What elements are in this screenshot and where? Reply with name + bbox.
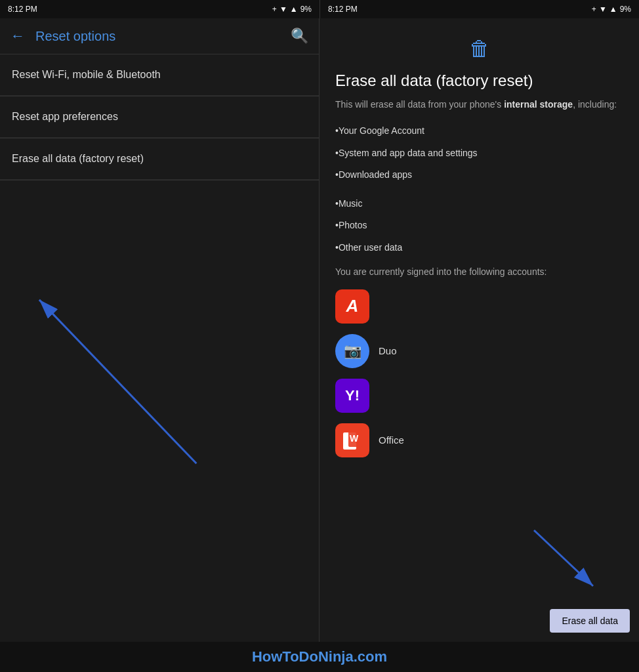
svg-text:W: W <box>350 433 359 444</box>
office-logo-svg: W <box>340 429 364 452</box>
office-icon: W <box>335 423 369 457</box>
wifi-icon-right: ▼ <box>599 5 607 14</box>
bluetooth-icon-right: + <box>592 5 596 14</box>
battery-right: 9% <box>620 5 631 14</box>
adobe-letter: A <box>346 296 359 316</box>
menu-item-app-prefs[interactable]: Reset app preferences <box>0 96 319 138</box>
app-row-yahoo: Y! <box>335 379 623 413</box>
status-icons-left: + ▼ ▲ 9% <box>272 5 312 14</box>
right-content: 🗑 Erase all data (factory reset) This wi… <box>320 18 639 602</box>
app-row-office: W Office <box>335 423 623 457</box>
svg-line-1 <box>39 300 197 463</box>
accounts-description: You are currently signed into the follow… <box>335 265 623 279</box>
desc-suffix: , including: <box>573 99 617 110</box>
list-item-5: •Other user data <box>335 242 623 255</box>
office-label: Office <box>379 434 404 446</box>
main-container: ← Reset options 🔍 Reset Wi-Fi, mobile & … <box>0 18 639 642</box>
list-spacer <box>335 191 623 198</box>
list-item-4: •Photos <box>335 219 623 232</box>
page-title: Reset options <box>35 29 291 44</box>
watermark: HowToDoNinja.com <box>13 648 626 665</box>
factory-reset-title: Erase all data (factory reset) <box>335 72 623 90</box>
status-icons-right: + ▼ ▲ 9% <box>592 5 631 14</box>
list-item-3: •Music <box>335 198 623 211</box>
search-icon[interactable]: 🔍 <box>291 28 308 45</box>
factory-reset-description: This will erase all data from your phone… <box>335 98 623 112</box>
bluetooth-icon: + <box>272 5 277 14</box>
duo-camera-icon: 📷 <box>344 343 361 360</box>
app-row-duo: 📷 Duo <box>335 334 623 368</box>
app-row-adobe: A <box>335 289 623 324</box>
duo-label: Duo <box>379 345 397 356</box>
status-bar-right: 8:12 PM + ▼ ▲ 9% <box>320 0 639 18</box>
list-item-2: •Downloaded apps <box>335 169 623 182</box>
menu-item-factory-reset[interactable]: Erase all data (factory reset) <box>0 138 319 180</box>
back-button[interactable]: ← <box>10 28 25 45</box>
time-left: 8:12 PM <box>8 5 37 14</box>
battery-left: 9% <box>300 5 312 14</box>
bottom-bar: HowToDoNinja.com <box>0 642 639 672</box>
trash-icon: 🗑 <box>469 37 490 61</box>
list-item-1: •System and app data and settings <box>335 147 623 160</box>
left-panel: ← Reset options 🔍 Reset Wi-Fi, mobile & … <box>0 18 320 642</box>
wifi-icon: ▼ <box>279 5 287 14</box>
status-bar-left: 8:12 PM + ▼ ▲ 9% <box>0 0 320 18</box>
duo-icon: 📷 <box>335 334 369 368</box>
desc-plain: This will erase all data from your phone… <box>335 99 504 110</box>
adobe-icon: A <box>335 289 369 324</box>
list-item-0: •Your Google Account <box>335 125 623 138</box>
right-panel: 🗑 Erase all data (factory reset) This wi… <box>320 18 639 642</box>
header: ← Reset options 🔍 <box>0 18 319 54</box>
yahoo-icon: Y! <box>335 379 369 413</box>
trash-icon-container: 🗑 <box>335 37 623 61</box>
signal-icon: ▲ <box>290 5 298 14</box>
erase-all-data-button[interactable]: Erase all data <box>550 609 630 633</box>
menu-item-wifi[interactable]: Reset Wi-Fi, mobile & Bluetooth <box>0 54 319 96</box>
time-right: 8:12 PM <box>328 5 358 14</box>
desc-bold: internal storage <box>504 99 573 110</box>
yahoo-letter: Y! <box>345 387 360 404</box>
accounts-section: You are currently signed into the follow… <box>335 265 623 457</box>
signal-icon-right: ▲ <box>609 5 617 14</box>
status-bar: 8:12 PM + ▼ ▲ 9% 8:12 PM + ▼ ▲ 9% <box>0 0 639 18</box>
arrow-annotation-container <box>0 180 319 642</box>
arrow-annotation <box>0 180 319 642</box>
erase-button-container: Erase all data <box>320 602 639 642</box>
